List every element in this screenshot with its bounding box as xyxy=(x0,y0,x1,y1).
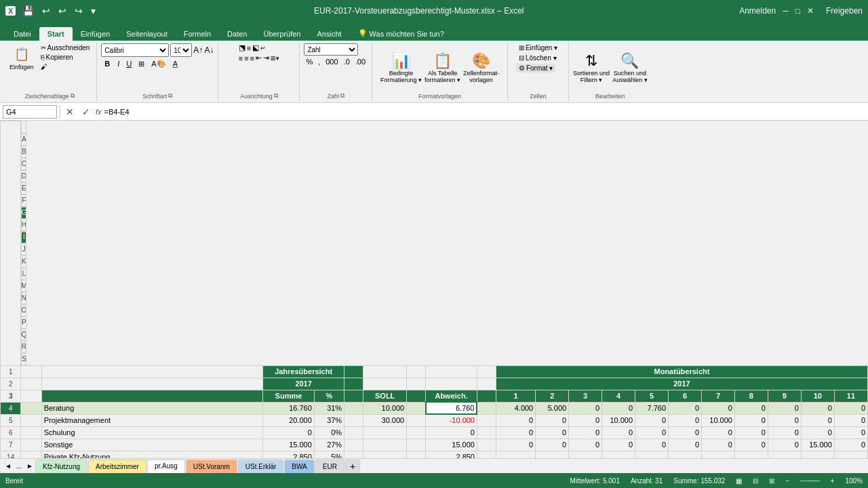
tab-eur[interactable]: EUR xyxy=(315,460,344,473)
bedingte-formatierung-button[interactable]: 📊 BedingteFormatierung ▾ xyxy=(380,52,422,83)
col-header-I[interactable]: I xyxy=(21,231,26,243)
row-4[interactable]: 4 Beratung 16.760 31% 10.000 6.760 4.000… xyxy=(1,402,868,414)
r7-K[interactable]: 0 xyxy=(569,439,602,451)
r5-P[interactable]: 0 xyxy=(734,414,768,426)
format-button[interactable]: ⚙ Format ▾ xyxy=(516,64,555,73)
r7-A[interactable]: Sonstige xyxy=(41,439,262,451)
r1-A[interactable] xyxy=(41,365,262,378)
col-header-Q[interactable]: Q xyxy=(21,329,26,341)
r6-C[interactable]: 0% xyxy=(314,426,344,439)
tab-seitenlayout[interactable]: Seitenlayout xyxy=(118,27,176,41)
r5-K[interactable]: 0 xyxy=(569,414,602,426)
r5-N[interactable]: 0 xyxy=(669,414,702,426)
tab-pr-ausg[interactable]: pr.Ausg xyxy=(147,460,185,473)
r7-E[interactable] xyxy=(363,439,407,451)
paste-button[interactable]: 📋 Einfügen xyxy=(7,43,37,72)
r5-J[interactable]: 0 xyxy=(536,414,569,426)
tab-add[interactable]: + xyxy=(345,460,360,473)
copy-button[interactable]: ⎘ Kopieren xyxy=(38,53,93,62)
schriftart-expand-icon[interactable]: ⧉ xyxy=(168,92,172,100)
r14-L[interactable] xyxy=(602,451,635,458)
r7-B[interactable]: 15.000 xyxy=(263,439,315,451)
align-left-icon[interactable]: ≡ xyxy=(239,54,243,62)
percent-button[interactable]: % xyxy=(304,57,315,66)
thousand-button[interactable]: 000 xyxy=(323,57,340,66)
increase-font-icon[interactable]: A↑ xyxy=(193,45,203,55)
anmelden-btn[interactable]: Anmelden xyxy=(739,6,776,16)
col-header-N[interactable]: N xyxy=(21,292,26,304)
tab-formeln[interactable]: Formeln xyxy=(176,27,219,41)
r14-I[interactable] xyxy=(496,451,535,458)
align-center-icon[interactable]: ≡ xyxy=(244,54,248,62)
zoom-in-icon[interactable]: + xyxy=(831,477,835,485)
r4-L[interactable]: 0 xyxy=(602,402,635,414)
r7-C[interactable]: 27% xyxy=(314,439,344,451)
r6-R[interactable]: 0 xyxy=(801,426,834,439)
col-header-R[interactable]: R xyxy=(21,341,26,353)
r14-C[interactable]: 5% xyxy=(314,451,344,458)
view-pagebreak-icon[interactable]: ⊞ xyxy=(769,477,774,485)
r4-J[interactable]: 5.000 xyxy=(536,402,569,414)
col-header-B[interactable]: B xyxy=(21,146,26,158)
col-header-K[interactable]: K xyxy=(21,256,26,268)
r14-K[interactable] xyxy=(569,451,602,458)
cell-name-box[interactable]: G4 xyxy=(3,105,57,119)
undo-icon[interactable]: ↩ xyxy=(39,4,53,18)
align-tl-icon[interactable]: ⬔ xyxy=(239,43,245,52)
col-header-H[interactable]: H xyxy=(21,219,26,231)
r6-L[interactable]: 0 xyxy=(602,426,635,439)
r4-S[interactable]: 0 xyxy=(834,402,867,414)
r6-A[interactable]: Schulung xyxy=(41,426,262,439)
row-14[interactable]: 14 Private Kfz-Nutzung 2.850 5% 2.850 xyxy=(1,451,868,458)
more-icon[interactable]: ▾ xyxy=(88,4,98,18)
decrease-font-icon[interactable]: A↓ xyxy=(204,45,214,55)
col-header-C[interactable]: C xyxy=(21,158,26,170)
col-header-S[interactable]: S xyxy=(21,353,26,365)
wrap-text-button[interactable]: ↵ xyxy=(260,45,266,52)
r5-S[interactable]: 0 xyxy=(834,414,867,426)
border-button[interactable]: ⊞ xyxy=(136,59,147,69)
r7-S[interactable]: 0 xyxy=(834,439,867,451)
r4-C[interactable]: 31% xyxy=(314,402,344,414)
r4-G[interactable]: 6.760 xyxy=(426,402,477,414)
r6-E[interactable] xyxy=(363,426,407,439)
r14-S[interactable] xyxy=(834,451,867,458)
r4-K[interactable]: 0 xyxy=(569,402,602,414)
r4-E[interactable]: 10.000 xyxy=(363,402,407,414)
view-normal-icon[interactable]: ▦ xyxy=(736,477,742,485)
tab-ust-voranm[interactable]: USt.Voranm xyxy=(186,460,237,473)
r14-Q[interactable] xyxy=(768,451,801,458)
r6-M[interactable]: 0 xyxy=(635,426,669,439)
zellenformatvorlagen-button[interactable]: 🎨 Zellenformat-vorlagen xyxy=(463,52,499,83)
einfuegen-button[interactable]: ⊞ Einfügen ▾ xyxy=(516,43,560,52)
font-family-select[interactable]: Calibri xyxy=(101,43,169,57)
zoom-out-icon[interactable]: − xyxy=(785,477,789,485)
r5-M[interactable]: 0 xyxy=(635,414,669,426)
suchen-button[interactable]: 🔍 Suchen undAuswählen ▾ xyxy=(612,52,648,83)
sortieren-button[interactable]: ⇅ Sortieren undFiltern ▾ xyxy=(573,52,610,83)
minimize-icon[interactable]: ─ xyxy=(783,6,789,16)
col-header-O[interactable]: O xyxy=(21,304,26,317)
r6-Q[interactable]: 0 xyxy=(768,426,801,439)
format-painter-button[interactable]: 🖌 xyxy=(38,62,93,71)
restore-icon[interactable]: □ xyxy=(795,6,800,16)
r14-N[interactable] xyxy=(669,451,702,458)
r5-R[interactable]: 0 xyxy=(801,414,834,426)
tab-prev-prev[interactable]: ◄ xyxy=(3,462,14,470)
r7-G[interactable]: 15.000 xyxy=(426,439,477,451)
r7-L[interactable]: 0 xyxy=(602,439,635,451)
r5-O[interactable]: 10.000 xyxy=(702,414,735,426)
row-5[interactable]: 5 Projektmanagement 20.000 37% 30.000 -1… xyxy=(1,414,868,426)
row-7[interactable]: 7 Sonstige 15.000 27% 15.000 0 0 0 0 0 0… xyxy=(1,439,868,451)
r7-J[interactable]: 0 xyxy=(536,439,569,451)
tab-arbeitszimmer[interactable]: Arbeitszimmer xyxy=(88,460,146,473)
align-tc-icon[interactable]: ≡ xyxy=(247,44,251,52)
r14-M[interactable] xyxy=(635,451,669,458)
merge-button[interactable]: ⊞▾ xyxy=(271,55,279,62)
r5-A[interactable]: Projektmanagement xyxy=(41,414,262,426)
cancel-formula-icon[interactable]: ✕ xyxy=(63,106,77,117)
underline-button[interactable]: U xyxy=(123,59,134,68)
tab-ust-erklar[interactable]: USt.Erklär xyxy=(238,460,284,473)
view-page-icon[interactable]: ⊟ xyxy=(753,477,758,485)
zahl-expand-icon[interactable]: ⧉ xyxy=(340,92,344,100)
